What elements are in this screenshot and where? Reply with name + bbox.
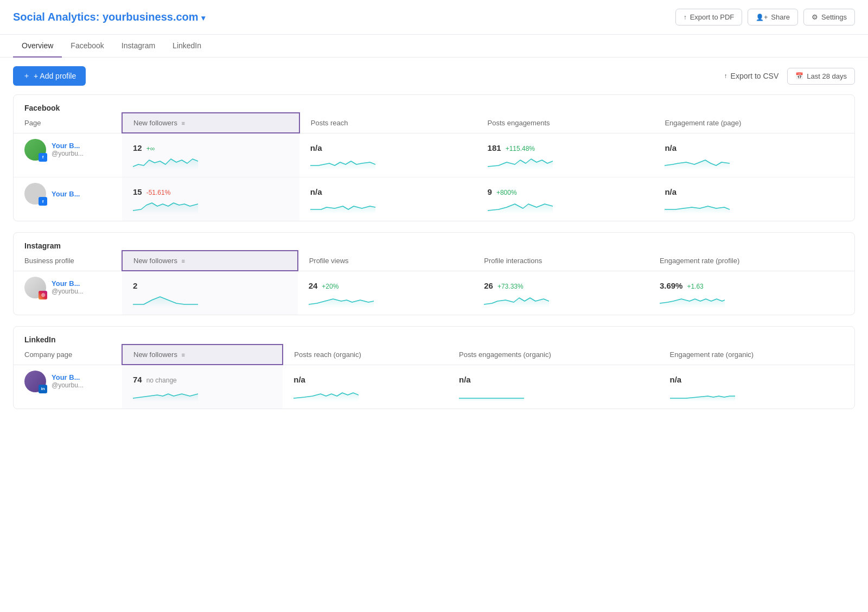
metric-value: n/a: [293, 375, 305, 384]
metric-cell-engagement-rate: n/a: [665, 183, 844, 215]
metric-top: n/a: [670, 375, 844, 384]
metric-top: n/a: [310, 187, 466, 196]
profile-handle: @yourbu...: [52, 150, 84, 157]
metric-change: +73.33%: [497, 283, 524, 290]
facebook-col-page: Page: [14, 113, 122, 133]
tab-facebook[interactable]: Facebook: [62, 35, 112, 58]
plus-icon: ＋: [23, 71, 30, 81]
share-button[interactable]: 👤+ Share: [748, 9, 798, 25]
metric-cell-engagement-rate: n/a: [665, 139, 844, 171]
profile-handle: @yourbu...: [52, 381, 84, 389]
social-badge-fb: f: [39, 153, 47, 162]
instagram-table-body: ◎ Your B... @yourbu... 2 24 +20%: [14, 271, 854, 315]
avatar: in: [24, 371, 46, 392]
main-content: Facebook Page New followers ≡ Posts reac…: [0, 94, 868, 433]
linkedin-section: LinkedIn Company page New followers ≡ Po…: [13, 326, 855, 409]
add-profile-button[interactable]: ＋ + Add profile: [13, 66, 86, 86]
metric-cell-reach: n/a: [293, 371, 437, 403]
tab-linkedin[interactable]: LinkedIn: [164, 35, 210, 58]
social-badge-li: in: [39, 385, 47, 393]
tab-overview[interactable]: Overview: [13, 35, 62, 58]
metric-cell-engagement-rate: n/a: [670, 371, 844, 403]
facebook-table-header: Page New followers ≡ Posts reach Posts e…: [14, 113, 854, 133]
toolbar: ＋ + Add profile ↑ Export to CSV 📅 Last 2…: [0, 58, 868, 94]
metric-value: n/a: [310, 187, 322, 196]
export-pdf-label: Export to PDF: [690, 13, 735, 21]
header-actions: ↑ Export to PDF 👤+ Share ⚙ Settings: [675, 9, 855, 25]
metric-value: 9: [488, 187, 492, 196]
linkedin-col-engagement-rate: Engagement rate (organic): [659, 345, 854, 365]
metric-change: +1.63: [687, 283, 703, 290]
table-row: in Your B... @yourbu... 74 no change n/a: [14, 365, 854, 409]
metric-value: 26: [484, 281, 493, 290]
metric-top: 12 +∞: [133, 143, 289, 152]
facebook-col-posts-engagements: Posts engagements: [477, 113, 654, 133]
profile-cell: f Your B...: [24, 183, 111, 205]
social-badge-ig: ◎: [39, 291, 47, 299]
profile-info: Your B...: [52, 190, 80, 198]
facebook-col-posts-reach: Posts reach: [299, 113, 477, 133]
metric-top: n/a: [665, 143, 844, 152]
metric-change: +∞: [146, 145, 155, 152]
avatar: ◎: [24, 277, 46, 298]
linkedin-section-title: LinkedIn: [14, 327, 854, 344]
export-csv-label: Export to CSV: [731, 72, 779, 80]
metric-cell-followers: 12 +∞: [133, 139, 289, 171]
profile-name[interactable]: Your B...: [52, 190, 80, 198]
social-badge-fb: f: [39, 197, 47, 206]
toolbar-right: ↑ Export to CSV 📅 Last 28 days: [724, 68, 855, 85]
page-wrapper: Social Analytics: yourbusiness.com ▾ ↑ E…: [0, 0, 868, 612]
profile-info: Your B... @yourbu...: [52, 142, 84, 157]
instagram-table-header: Business profile New followers ≡ Profile…: [14, 251, 854, 271]
metric-value: 3.69%: [660, 281, 683, 290]
export-csv-button[interactable]: ↑ Export to CSV: [724, 72, 779, 80]
metric-cell-reach: n/a: [310, 139, 466, 171]
linkedin-col-new-followers: New followers ≡: [122, 345, 283, 365]
facebook-col-new-followers: New followers ≡: [122, 113, 299, 133]
metric-value: 181: [488, 143, 501, 152]
domain-name[interactable]: yourbusiness.com: [103, 11, 199, 23]
metric-cell-engagement-rate: 3.69% +1.63: [660, 277, 844, 309]
facebook-table-body: f Your B... @yourbu... 12 +∞ n/a: [14, 133, 854, 221]
settings-label: Settings: [821, 13, 847, 21]
profile-handle: @yourbu...: [52, 288, 84, 295]
metric-top: 24 +20%: [309, 281, 463, 290]
facebook-section-title: Facebook: [14, 95, 854, 112]
metric-top: 9 +800%: [488, 187, 643, 196]
metric-cell-followers: 15 -51.61%: [133, 183, 289, 215]
table-row: f Your B... 15 -51.61% n/a: [14, 177, 854, 221]
linkedin-col-company: Company page: [14, 345, 122, 365]
profile-name[interactable]: Your B...: [52, 279, 84, 288]
settings-button[interactable]: ⚙ Settings: [803, 9, 855, 25]
upload-icon: ↑: [684, 14, 687, 21]
profile-name[interactable]: Your B...: [52, 142, 84, 150]
metric-value: n/a: [459, 375, 471, 384]
header-title: Social Analytics: yourbusiness.com ▾: [13, 11, 205, 23]
profile-cell: ◎ Your B... @yourbu...: [24, 277, 111, 298]
metric-cell-followers: 2: [133, 277, 287, 309]
profile-info: Your B... @yourbu...: [52, 373, 84, 389]
metric-cell-reach: n/a: [310, 183, 466, 215]
instagram-col-profile-interactions: Profile interactions: [473, 251, 649, 271]
add-profile-label: + Add profile: [34, 72, 76, 80]
sort-icon-li-followers[interactable]: ≡: [182, 352, 185, 358]
sort-icon-fb-followers[interactable]: ≡: [182, 120, 185, 126]
instagram-section: Instagram Business profile New followers…: [13, 232, 855, 315]
tab-instagram[interactable]: Instagram: [113, 35, 164, 58]
metric-value: 74: [133, 375, 142, 384]
instagram-col-engagement-rate: Engagement rate (profile): [649, 251, 854, 271]
sort-icon-ig-followers[interactable]: ≡: [182, 258, 185, 264]
share-icon: 👤+: [756, 14, 768, 21]
date-range-button[interactable]: 📅 Last 28 days: [787, 68, 855, 85]
avatar: f: [24, 183, 46, 205]
facebook-section: Facebook Page New followers ≡ Posts reac…: [13, 94, 855, 221]
export-pdf-button[interactable]: ↑ Export to PDF: [675, 9, 743, 25]
metric-top: 15 -51.61%: [133, 187, 289, 196]
domain-chevron[interactable]: ▾: [201, 14, 205, 22]
metric-value: n/a: [665, 187, 676, 196]
app-title-text: Social Analytics:: [13, 11, 99, 23]
metric-cell-followers: 74 no change: [133, 371, 272, 403]
profile-name[interactable]: Your B...: [52, 373, 84, 381]
metric-value: 12: [133, 143, 142, 152]
linkedin-table: Company page New followers ≡ Posts reach…: [14, 344, 854, 409]
